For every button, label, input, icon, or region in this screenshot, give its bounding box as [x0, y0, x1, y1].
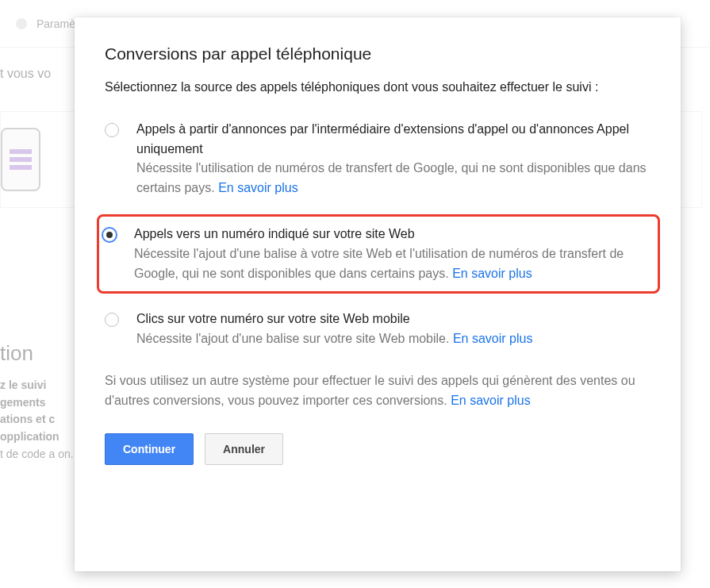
modal-footer-note: Si vous utilisez un autre système pour e…: [105, 371, 651, 411]
modal-overlay: Conversions par appel téléphonique Sélec…: [0, 0, 710, 588]
learn-more-link[interactable]: En savoir plus: [452, 267, 532, 280]
highlighted-option-box: Appels vers un numéro indiqué sur votre …: [97, 214, 660, 294]
modal-title: Conversions par appel téléphonique: [105, 44, 651, 63]
radio-call-from-ads[interactable]: [105, 123, 119, 137]
option-desc: Nécessite l'ajout d'une balise sur votre…: [136, 329, 532, 349]
cancel-button[interactable]: Annuler: [205, 433, 283, 465]
learn-more-link[interactable]: En savoir plus: [218, 181, 298, 194]
option-calls-to-website-number[interactable]: Appels vers un numéro indiqué sur votre …: [102, 221, 651, 286]
option-desc: Nécessite l'utilisation de numéros de tr…: [136, 159, 651, 198]
option-title: Appels vers un numéro indiqué sur votre …: [134, 225, 651, 244]
radio-calls-to-website-number-selected[interactable]: [102, 228, 117, 242]
learn-more-import-link[interactable]: En savoir plus: [451, 394, 531, 407]
option-desc: Nécessite l'ajout d'une balise à votre s…: [134, 244, 651, 284]
learn-more-link[interactable]: En savoir plus: [453, 332, 533, 345]
phone-conversions-modal: Conversions par appel téléphonique Sélec…: [75, 17, 681, 571]
option-title: Clics sur votre numéro sur votre site We…: [136, 309, 532, 329]
radio-clicks-on-mobile-number[interactable]: [105, 313, 119, 327]
continue-button[interactable]: Continuer: [105, 433, 194, 465]
modal-intro: Sélectionnez la source des appels téléph…: [105, 78, 651, 98]
option-title: Appels à partir d'annonces par l'intermé…: [136, 120, 651, 159]
option-clicks-on-mobile-number[interactable]: Clics sur votre numéro sur votre site We…: [105, 305, 651, 365]
modal-buttons: Continuer Annuler: [105, 433, 651, 465]
option-call-from-ads[interactable]: Appels à partir d'annonces par l'intermé…: [105, 115, 651, 214]
